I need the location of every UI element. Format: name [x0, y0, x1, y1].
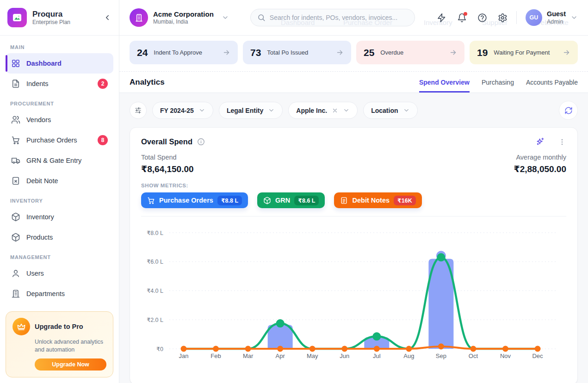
svg-text:₹6.0 L: ₹6.0 L [147, 259, 163, 265]
org-selector[interactable]: Acme Corporation Mumbai, India [130, 8, 229, 27]
upgrade-title: Upgrade to Pro [35, 323, 106, 330]
sidebar-item-label: Purchase Orders [26, 136, 77, 144]
metric-toggle-debit-notes[interactable]: Debit Notes ₹16K [334, 192, 421, 208]
org-location: Mumbai, India [153, 19, 214, 25]
sidebar-item-label: Indents [26, 80, 49, 87]
package-icon [11, 233, 20, 242]
stat-value: 19 [477, 47, 488, 58]
sidebar-item-debit-note[interactable]: Debit Note [6, 171, 113, 191]
metric-value-badge: ₹8.6 L [294, 196, 319, 205]
user-menu[interactable]: GU Guest Admin [526, 9, 578, 26]
filter-location[interactable]: Location [363, 102, 417, 119]
stat-label: Waiting For Payment [494, 49, 550, 56]
svg-text:Apr: Apr [276, 352, 285, 359]
show-metrics-label: SHOW METRICS: [141, 183, 566, 188]
stat-card-indent-to-approve[interactable]: 24 Indent To Approve [130, 41, 238, 64]
metric-label: GRN [275, 197, 290, 204]
sidebar-item-vendors[interactable]: Vendors [6, 110, 113, 130]
sidebar-item-dashboard[interactable]: Dashboard [6, 53, 113, 74]
filter-label: Apple Inc. [296, 107, 327, 114]
sidebar-item-users[interactable]: Users [6, 263, 113, 284]
settings-gear-icon[interactable] [498, 13, 508, 23]
metric-toggle-grn[interactable]: GRN ₹8.6 L [257, 192, 325, 208]
svg-text:₹0: ₹0 [156, 346, 163, 352]
sidebar-item-grn-gate-entry[interactable]: GRN & Gate Entry [6, 150, 113, 171]
top-header: Dashboard Purchase Order Inventory Suppl… [119, 0, 588, 36]
chevron-down-icon [570, 14, 578, 21]
ai-sparkles-icon[interactable] [535, 137, 545, 147]
clear-filter-icon[interactable] [332, 107, 338, 114]
grid-icon [11, 59, 20, 68]
org-building-icon [130, 8, 148, 27]
arrow-right-icon [336, 49, 344, 56]
file-icon [340, 197, 348, 204]
metric-label: Purchase Orders [159, 197, 213, 204]
content-area: FY 2024-25 Legal Entity Apple Inc. Locat… [119, 93, 588, 383]
header-divider [516, 11, 517, 24]
nav-section-label: INVENTORY [10, 198, 109, 204]
sidebar-item-label: Debit Note [26, 177, 58, 185]
filter-fiscal-year[interactable]: FY 2024-25 [152, 102, 213, 119]
header-actions [437, 13, 508, 23]
tab-purchasing[interactable]: Purchasing [482, 72, 514, 93]
stat-label: Total Po Issued [267, 49, 308, 56]
package-icon [263, 197, 271, 204]
sidebar-item-inventory[interactable]: Inventory [6, 207, 113, 227]
user-text: Guest Admin [547, 10, 566, 25]
arrow-right-icon [223, 49, 230, 56]
upgrade-card: Upgrade to Pro Unlock advanced analytics… [6, 311, 113, 377]
avg-monthly-value: ₹2,88,050.00 [514, 164, 566, 174]
app-name: Proqura [32, 10, 70, 19]
tab-accounts-payable[interactable]: Accounts Payable [526, 72, 578, 93]
count-badge: 8 [98, 135, 108, 145]
metric-value-badge: ₹16K [394, 196, 416, 205]
zap-icon[interactable] [437, 13, 446, 23]
sidebar-item-purchase-orders[interactable]: Purchase Orders 8 [6, 130, 113, 150]
avg-monthly-label: Average monthly [514, 154, 566, 161]
search-input[interactable] [270, 14, 408, 21]
analytics-tabs: Spend Overview Purchasing Accounts Payab… [419, 72, 578, 93]
stat-card-waiting-for-payment[interactable]: 19 Waiting For Payment [470, 41, 578, 64]
chevron-down-icon [198, 107, 205, 114]
stat-value: 25 [364, 47, 374, 58]
refresh-button[interactable] [559, 101, 578, 120]
info-icon[interactable] [197, 138, 205, 146]
filter-vendor-apple[interactable]: Apple Inc. [288, 102, 358, 119]
tab-spend-overview[interactable]: Spend Overview [419, 72, 470, 93]
filter-sliders-button[interactable] [130, 102, 147, 119]
chevron-down-icon [403, 107, 410, 114]
filter-legal-entity[interactable]: Legal Entity [219, 102, 283, 119]
svg-text:Jun: Jun [340, 352, 349, 359]
file-text-icon [11, 79, 20, 88]
count-badge: 2 [98, 79, 108, 89]
plan-label: Enterprise Plan [32, 19, 70, 25]
sidebar-item-indents[interactable]: Indents 2 [6, 74, 113, 94]
svg-text:Jul: Jul [373, 352, 381, 359]
sidebar-item-products[interactable]: Products [6, 227, 113, 247]
upgrade-description: Unlock advanced analytics and automation [35, 338, 106, 354]
bell-icon[interactable] [457, 13, 467, 23]
brand-block: Proqura Enterprise Plan [0, 0, 119, 36]
stat-label: Overdue [380, 49, 403, 56]
filter-label: FY 2024-25 [160, 107, 194, 114]
chevron-down-icon [222, 14, 229, 21]
stat-card-total-po-issued[interactable]: 73 Total Po Issued [243, 41, 351, 64]
kebab-menu-icon[interactable] [558, 138, 566, 146]
upgrade-now-button[interactable]: Upgrade Now [35, 358, 106, 371]
stats-row: 24 Indent To Approve 73 Total Po Issued … [119, 36, 588, 72]
sidebar-collapse-button[interactable] [103, 13, 111, 22]
sidebar-item-label: Vendors [26, 116, 51, 124]
stat-card-overdue[interactable]: 25 Overdue [356, 41, 464, 64]
sidebar-item-departments[interactable]: Departments [6, 284, 113, 304]
help-icon[interactable] [477, 13, 487, 23]
svg-text:Oct: Oct [469, 352, 478, 359]
user-avatar: GU [526, 9, 542, 26]
users-icon [11, 115, 20, 124]
search-icon [257, 13, 266, 22]
cart-icon [11, 136, 20, 145]
stat-value: 24 [137, 47, 148, 58]
chevron-down-icon [343, 107, 350, 114]
metric-toggle-purchase-orders[interactable]: Purchase Orders ₹8.8 L [141, 192, 248, 208]
sidebar-item-label: Departments [26, 290, 65, 297]
avg-monthly-block: Average monthly ₹2,88,050.00 [514, 154, 566, 174]
